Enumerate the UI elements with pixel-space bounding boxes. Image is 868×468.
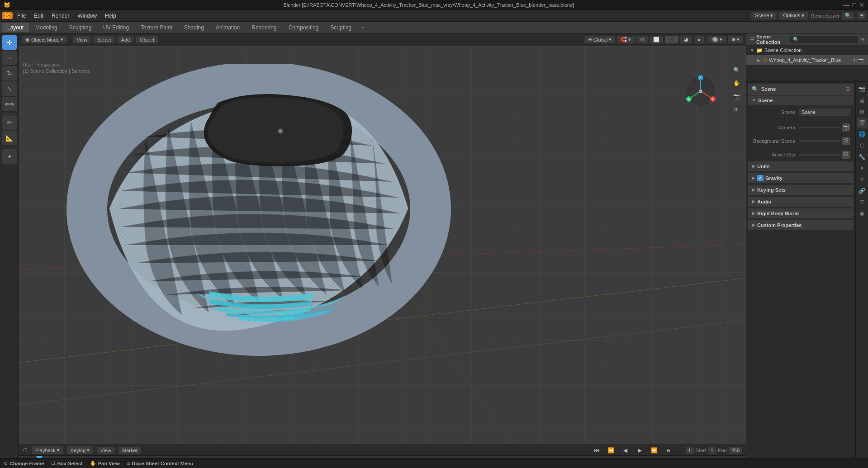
viewport-shading-wire[interactable]: ⬜ bbox=[650, 36, 663, 43]
viewport-orientation-btn[interactable]: ⊕ Global ▾ bbox=[584, 36, 616, 43]
engine-selector[interactable]: Scene ▾ bbox=[751, 12, 777, 19]
object-mode-selector[interactable]: ◉ Object Mode ▾ bbox=[22, 36, 67, 43]
object-menu-btn[interactable]: Object bbox=[136, 36, 158, 43]
view-menu-timeline-btn[interactable]: View bbox=[97, 447, 115, 454]
minimize-btn[interactable]: — bbox=[844, 1, 850, 9]
tab-shading[interactable]: Shading bbox=[179, 23, 209, 32]
step-back-btn[interactable]: ⏪ bbox=[605, 444, 617, 456]
transform-tool-btn[interactable]: ⟺ bbox=[2, 97, 17, 111]
viewport[interactable]: ◉ Object Mode ▾ View Select Add Object ⊕ bbox=[19, 33, 746, 468]
outliner-item-scene-collection[interactable]: ▼ 📁 Scene Collection bbox=[746, 45, 868, 55]
visibility-icon[interactable]: 👁 bbox=[852, 57, 857, 63]
snap-btn[interactable]: 🧲 ▾ bbox=[617, 36, 635, 43]
menu-edit[interactable]: Edit bbox=[30, 12, 47, 20]
menu-window[interactable]: Window bbox=[74, 12, 100, 20]
app-logo-btn[interactable]: 🐱 bbox=[2, 12, 13, 19]
viewport-overlay-btn[interactable]: 🔘 ▾ bbox=[708, 36, 726, 43]
select-menu-btn[interactable]: Select bbox=[94, 36, 115, 43]
step-forward-btn[interactable]: ⏩ bbox=[649, 444, 660, 456]
quad-view-btn[interactable]: ⊞ bbox=[730, 104, 742, 115]
background-scene-browse-btn[interactable]: 🎬 bbox=[842, 137, 850, 145]
viewport-shading-rendered[interactable]: ● bbox=[694, 36, 704, 43]
proportional-edit-btn[interactable]: ⊙ bbox=[636, 36, 648, 43]
view-layer-tab[interactable]: ⊞ bbox=[857, 106, 868, 117]
camera-view-btn[interactable]: 📷 bbox=[730, 90, 742, 102]
menu-file[interactable]: File bbox=[14, 12, 29, 20]
props-filter-icon[interactable]: ⊟ bbox=[845, 86, 850, 92]
outliner-filter-btn[interactable]: ⊟ bbox=[860, 37, 864, 43]
view-menu-btn[interactable]: View bbox=[73, 36, 91, 43]
viewport-shading-solid[interactable]: ⬛ bbox=[665, 36, 678, 43]
play-btn[interactable]: ▶ bbox=[634, 444, 646, 456]
close-btn[interactable]: ✕ bbox=[859, 1, 864, 9]
navigation-gizmo[interactable]: Z X Y bbox=[683, 73, 719, 109]
jump-start-btn[interactable]: ⏮ bbox=[591, 444, 602, 456]
camera-browse-btn[interactable]: 📷 bbox=[842, 123, 850, 132]
world-props-tab[interactable]: 🌐 bbox=[857, 129, 868, 140]
tab-rendering[interactable]: Rendering bbox=[246, 23, 282, 32]
add-menu-btn[interactable]: Add bbox=[118, 36, 134, 43]
jump-end-btn[interactable]: ⏭ bbox=[663, 444, 675, 456]
tab-sculpting[interactable]: Sculpting bbox=[64, 23, 97, 32]
keying-menu-btn[interactable]: Keying ▾ bbox=[67, 446, 94, 454]
frame-end-value[interactable]: 250 bbox=[729, 447, 742, 454]
units-section-header[interactable]: ▶ Units bbox=[748, 161, 854, 171]
add-object-btn[interactable]: + bbox=[2, 149, 17, 164]
play-reverse-btn[interactable]: ◀ bbox=[620, 444, 631, 456]
active-clip-value[interactable] bbox=[799, 154, 840, 156]
scene-props-tab[interactable]: 🎬 bbox=[857, 118, 868, 128]
maximize-btn[interactable]: □ bbox=[853, 1, 856, 9]
hand-tool-btn[interactable]: ✋ bbox=[730, 77, 742, 89]
material-props-tab[interactable]: ◉ bbox=[857, 208, 868, 219]
current-frame-display[interactable]: 1 bbox=[686, 447, 694, 454]
tab-animation[interactable]: Animation bbox=[210, 23, 245, 32]
active-clip-browse-btn[interactable]: 🎞 bbox=[842, 151, 850, 159]
menu-render[interactable]: Render bbox=[48, 12, 73, 20]
physics-props-tab[interactable]: ⚛ bbox=[857, 174, 868, 185]
cursor-tool-btn[interactable]: ✛ bbox=[2, 35, 17, 50]
outliner-search-input[interactable] bbox=[790, 35, 859, 43]
data-props-tab[interactable]: ▽ bbox=[857, 197, 868, 208]
zoom-tool-btn[interactable]: 🔍 bbox=[730, 64, 742, 76]
annotate-tool-btn[interactable]: ✏ bbox=[2, 115, 17, 130]
tab-compositing[interactable]: Compositing bbox=[283, 23, 324, 32]
render-props-tab[interactable]: 📷 bbox=[857, 84, 868, 95]
viewport-shading-lpe[interactable]: ◕ bbox=[680, 36, 692, 43]
move-tool-btn[interactable]: ↔ bbox=[2, 51, 17, 65]
search-props-icon[interactable]: 🔍 bbox=[752, 86, 759, 92]
options-btn[interactable]: Options ▾ bbox=[779, 12, 808, 19]
menu-help[interactable]: Help bbox=[101, 12, 120, 20]
tab-layout[interactable]: Layout bbox=[2, 23, 29, 32]
outliner-item-tracker[interactable]: ▶ ⬡ Whoop_4_Activity_Tracker_Blue 👁 📷 bbox=[746, 55, 868, 65]
output-props-tab[interactable]: 🖨 bbox=[857, 95, 868, 106]
frame-start-value[interactable]: 1 bbox=[708, 447, 716, 454]
tab-scripting[interactable]: Scripting bbox=[325, 23, 357, 32]
canvas-area[interactable]: User Perspective (1) Scene Collection | … bbox=[19, 46, 746, 468]
constraints-props-tab[interactable]: 🔗 bbox=[857, 185, 868, 196]
filter-btn[interactable]: ⊟ bbox=[857, 12, 866, 19]
scene-name-value[interactable]: Scene bbox=[799, 109, 850, 116]
particles-props-tab[interactable]: ✦ bbox=[857, 163, 868, 174]
scale-tool-btn[interactable]: ⤡ bbox=[2, 81, 17, 96]
render-visibility-icon[interactable]: 📷 bbox=[858, 57, 864, 63]
custom-properties-section-header[interactable]: ▶ Custom Properties bbox=[748, 220, 854, 230]
marker-menu-btn[interactable]: Marker bbox=[119, 447, 141, 454]
gravity-checkbox[interactable]: ✓ bbox=[757, 175, 764, 181]
audio-section-header[interactable]: ▶ Audio bbox=[748, 197, 854, 207]
rigid-body-world-section-header[interactable]: ▶ Rigid Body World bbox=[748, 208, 854, 218]
search-btn[interactable]: 🔍 bbox=[842, 12, 854, 19]
object-props-tab[interactable]: ⬡ bbox=[857, 140, 868, 151]
gravity-section-header[interactable]: ▶ ✓ Gravity bbox=[748, 173, 854, 183]
rotate-tool-btn[interactable]: ↻ bbox=[2, 66, 17, 80]
tab-texture-paint[interactable]: Texture Paint bbox=[135, 23, 178, 32]
keying-sets-section-header[interactable]: ▶ Keying Sets bbox=[748, 185, 854, 195]
playback-menu-btn[interactable]: Playback ▾ bbox=[32, 446, 63, 454]
camera-value-field[interactable] bbox=[799, 127, 840, 128]
viewport-gizmo-btn[interactable]: ⊕ ▾ bbox=[728, 36, 743, 43]
tab-modeling[interactable]: Modeling bbox=[30, 23, 63, 32]
background-scene-value[interactable] bbox=[799, 140, 840, 142]
add-workspace-btn[interactable]: + bbox=[358, 23, 368, 32]
tab-uv-editing[interactable]: UV Editing bbox=[98, 23, 134, 32]
scene-section-header[interactable]: ▼ Scene bbox=[748, 95, 854, 105]
modifier-props-tab[interactable]: 🔧 bbox=[857, 151, 868, 162]
